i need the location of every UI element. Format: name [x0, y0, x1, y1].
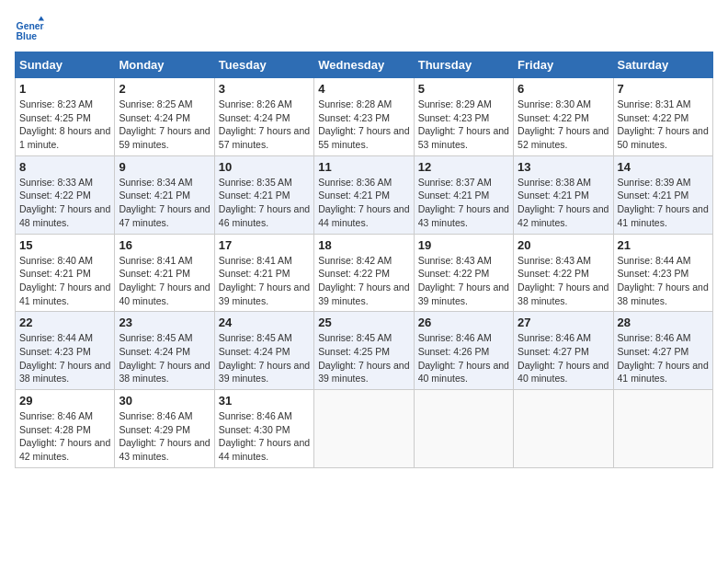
calendar-cell: 25 Sunrise: 8:45 AM Sunset: 4:25 PM Dayl… — [314, 312, 414, 390]
day-info: Sunrise: 8:43 AM Sunset: 4:22 PM Dayligh… — [418, 254, 509, 308]
day-number: 3 — [219, 82, 310, 96]
calendar-cell: 26 Sunrise: 8:46 AM Sunset: 4:26 PM Dayl… — [414, 312, 513, 390]
day-info: Sunrise: 8:29 AM Sunset: 4:23 PM Dayligh… — [418, 98, 509, 152]
day-info: Sunrise: 8:31 AM Sunset: 4:22 PM Dayligh… — [618, 98, 709, 152]
calendar-table: SundayMondayTuesdayWednesdayThursdayFrid… — [15, 52, 713, 468]
day-number: 31 — [219, 394, 310, 408]
day-info: Sunrise: 8:33 AM Sunset: 4:22 PM Dayligh… — [19, 176, 110, 230]
day-info: Sunrise: 8:23 AM Sunset: 4:25 PM Dayligh… — [19, 98, 110, 152]
day-info: Sunrise: 8:26 AM Sunset: 4:24 PM Dayligh… — [219, 98, 310, 152]
day-info: Sunrise: 8:44 AM Sunset: 4:23 PM Dayligh… — [19, 331, 110, 385]
day-info: Sunrise: 8:35 AM Sunset: 4:21 PM Dayligh… — [219, 176, 310, 230]
day-info: Sunrise: 8:41 AM Sunset: 4:21 PM Dayligh… — [119, 254, 210, 308]
calendar-cell: 23 Sunrise: 8:45 AM Sunset: 4:24 PM Dayl… — [115, 312, 214, 390]
day-info: Sunrise: 8:38 AM Sunset: 4:21 PM Dayligh… — [518, 176, 609, 230]
day-info: Sunrise: 8:46 AM Sunset: 4:26 PM Dayligh… — [418, 331, 509, 385]
calendar-cell: 27 Sunrise: 8:46 AM Sunset: 4:27 PM Dayl… — [514, 312, 613, 390]
day-number: 8 — [19, 160, 110, 174]
day-number: 21 — [618, 238, 709, 252]
day-number: 29 — [19, 394, 110, 408]
day-number: 18 — [318, 238, 409, 252]
day-number: 1 — [19, 82, 110, 96]
calendar-cell: 24 Sunrise: 8:45 AM Sunset: 4:24 PM Dayl… — [214, 312, 313, 390]
day-number: 27 — [518, 316, 609, 329]
calendar-cell: 1 Sunrise: 8:23 AM Sunset: 4:25 PM Dayli… — [16, 78, 115, 156]
day-number: 6 — [518, 82, 609, 96]
calendar-cell — [314, 390, 414, 468]
day-number: 15 — [19, 238, 110, 252]
day-info: Sunrise: 8:45 AM Sunset: 4:24 PM Dayligh… — [119, 331, 210, 385]
day-number: 11 — [318, 160, 409, 174]
day-info: Sunrise: 8:46 AM Sunset: 4:27 PM Dayligh… — [518, 331, 609, 385]
day-info: Sunrise: 8:43 AM Sunset: 4:22 PM Dayligh… — [518, 254, 609, 308]
day-number: 14 — [618, 160, 709, 174]
calendar-cell — [613, 390, 712, 468]
day-info: Sunrise: 8:39 AM Sunset: 4:21 PM Dayligh… — [618, 176, 709, 230]
day-info: Sunrise: 8:42 AM Sunset: 4:22 PM Dayligh… — [318, 254, 409, 308]
day-info: Sunrise: 8:46 AM Sunset: 4:28 PM Dayligh… — [19, 409, 110, 464]
day-info: Sunrise: 8:30 AM Sunset: 4:22 PM Dayligh… — [518, 98, 609, 152]
calendar-cell: 19 Sunrise: 8:43 AM Sunset: 4:22 PM Dayl… — [414, 234, 513, 312]
day-number: 17 — [219, 238, 310, 252]
calendar-cell: 3 Sunrise: 8:26 AM Sunset: 4:24 PM Dayli… — [214, 78, 313, 156]
calendar-cell: 11 Sunrise: 8:36 AM Sunset: 4:21 PM Dayl… — [314, 155, 414, 234]
day-number: 2 — [119, 82, 210, 96]
calendar-cell: 16 Sunrise: 8:41 AM Sunset: 4:21 PM Dayl… — [115, 234, 214, 312]
day-number: 28 — [618, 316, 709, 329]
column-header-tuesday: Tuesday — [214, 52, 313, 78]
calendar-cell: 17 Sunrise: 8:41 AM Sunset: 4:21 PM Dayl… — [214, 234, 313, 312]
day-number: 23 — [119, 316, 210, 329]
calendar-cell: 20 Sunrise: 8:43 AM Sunset: 4:22 PM Dayl… — [514, 234, 613, 312]
day-number: 19 — [418, 238, 509, 252]
day-number: 5 — [418, 82, 509, 96]
calendar-cell: 2 Sunrise: 8:25 AM Sunset: 4:24 PM Dayli… — [115, 78, 214, 156]
calendar-cell: 18 Sunrise: 8:42 AM Sunset: 4:22 PM Dayl… — [314, 234, 414, 312]
svg-text:Blue: Blue — [17, 31, 38, 41]
calendar-cell: 30 Sunrise: 8:46 AM Sunset: 4:29 PM Dayl… — [115, 390, 214, 468]
day-info: Sunrise: 8:46 AM Sunset: 4:30 PM Dayligh… — [219, 409, 310, 464]
day-number: 22 — [19, 316, 110, 329]
day-info: Sunrise: 8:41 AM Sunset: 4:21 PM Dayligh… — [219, 254, 310, 308]
day-info: Sunrise: 8:25 AM Sunset: 4:24 PM Dayligh… — [119, 98, 210, 152]
day-info: Sunrise: 8:46 AM Sunset: 4:29 PM Dayligh… — [119, 409, 210, 464]
day-number: 24 — [219, 316, 310, 329]
column-header-wednesday: Wednesday — [314, 52, 414, 78]
day-number: 30 — [119, 394, 210, 408]
calendar-cell: 10 Sunrise: 8:35 AM Sunset: 4:21 PM Dayl… — [214, 155, 313, 234]
day-number: 13 — [518, 160, 609, 174]
day-number: 26 — [418, 316, 509, 329]
svg-text:General: General — [17, 21, 44, 31]
day-number: 7 — [618, 82, 709, 96]
svg-marker-2 — [39, 17, 44, 21]
day-info: Sunrise: 8:28 AM Sunset: 4:23 PM Dayligh… — [318, 98, 409, 152]
day-number: 9 — [119, 160, 210, 174]
day-info: Sunrise: 8:36 AM Sunset: 4:21 PM Dayligh… — [318, 176, 409, 230]
day-info: Sunrise: 8:45 AM Sunset: 4:25 PM Dayligh… — [318, 331, 409, 385]
day-info: Sunrise: 8:37 AM Sunset: 4:21 PM Dayligh… — [418, 176, 509, 230]
page-header: General Blue — [15, 15, 713, 44]
column-header-monday: Monday — [115, 52, 214, 78]
day-number: 20 — [518, 238, 609, 252]
calendar-cell: 22 Sunrise: 8:44 AM Sunset: 4:23 PM Dayl… — [16, 312, 115, 390]
day-number: 16 — [119, 238, 210, 252]
calendar-cell: 13 Sunrise: 8:38 AM Sunset: 4:21 PM Dayl… — [514, 155, 613, 234]
calendar-cell — [414, 390, 513, 468]
calendar-cell: 14 Sunrise: 8:39 AM Sunset: 4:21 PM Dayl… — [613, 155, 712, 234]
calendar-week-row: 29 Sunrise: 8:46 AM Sunset: 4:28 PM Dayl… — [16, 390, 713, 468]
calendar-cell: 31 Sunrise: 8:46 AM Sunset: 4:30 PM Dayl… — [214, 390, 313, 468]
day-info: Sunrise: 8:34 AM Sunset: 4:21 PM Dayligh… — [119, 176, 210, 230]
calendar-cell: 28 Sunrise: 8:46 AM Sunset: 4:27 PM Dayl… — [613, 312, 712, 390]
column-header-friday: Friday — [514, 52, 613, 78]
calendar-week-row: 15 Sunrise: 8:40 AM Sunset: 4:21 PM Dayl… — [16, 234, 713, 312]
calendar-cell — [514, 390, 613, 468]
calendar-cell: 12 Sunrise: 8:37 AM Sunset: 4:21 PM Dayl… — [414, 155, 513, 234]
calendar-week-row: 22 Sunrise: 8:44 AM Sunset: 4:23 PM Dayl… — [16, 312, 713, 390]
calendar-week-row: 1 Sunrise: 8:23 AM Sunset: 4:25 PM Dayli… — [16, 78, 713, 156]
logo-icon: General Blue — [15, 15, 44, 44]
day-info: Sunrise: 8:44 AM Sunset: 4:23 PM Dayligh… — [618, 254, 709, 308]
day-number: 12 — [418, 160, 509, 174]
calendar-header-row: SundayMondayTuesdayWednesdayThursdayFrid… — [16, 52, 713, 78]
calendar-cell: 9 Sunrise: 8:34 AM Sunset: 4:21 PM Dayli… — [115, 155, 214, 234]
calendar-cell: 7 Sunrise: 8:31 AM Sunset: 4:22 PM Dayli… — [613, 78, 712, 156]
column-header-saturday: Saturday — [613, 52, 712, 78]
